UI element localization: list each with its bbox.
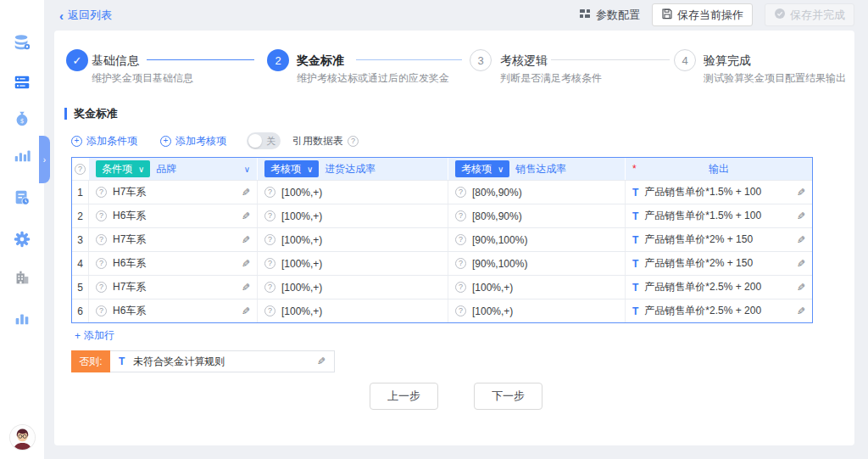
add-assessment-button[interactable]: + 添加考核项 [160,134,226,148]
output-cell[interactable]: T 产品销售单价*2.5% + 200 ✎ [626,299,812,322]
main-panel: ✓ 基础信息 维护奖金项目基础信息 2 奖金标准 维护考核达标或通过后的应发奖金… [54,31,854,445]
chevron-down-icon[interactable]: ∨ [244,165,250,174]
ref-table-label: 引用数据表 [292,134,343,148]
help-icon[interactable]: ? [75,164,86,175]
sales-range-value: [80%,90%) [472,187,522,199]
next-step-button[interactable]: 下一步 [474,383,542,410]
analytics-icon[interactable] [13,309,31,327]
brand-cell[interactable]: ? H7车系 ✎ [89,276,258,299]
edit-pencil-icon[interactable]: ✎ [797,234,805,246]
purchase-rate-cell[interactable]: ? [100%,+) [258,252,448,275]
ref-table-toggle[interactable]: 关 [247,132,281,149]
report-icon[interactable] [13,188,31,207]
brand-cell[interactable]: ? H7车系 ✎ [89,228,258,251]
edit-pencil-icon[interactable]: ✎ [242,258,250,270]
text-type-icon: T [632,187,638,199]
sales-rate-cell[interactable]: ? [90%,100%) [448,228,626,251]
edit-pencil-icon[interactable]: ✎ [797,258,805,270]
step-2-circle[interactable]: 2 [267,49,289,71]
plus-circle-icon: + [71,136,82,147]
edit-pencil-icon[interactable]: ✎ [242,210,250,222]
sales-rate-cell[interactable]: ? [100%,+) [448,276,626,299]
sales-rate-cell[interactable]: ? [100%,+) [448,299,626,322]
save-current-button[interactable]: 保存当前操作 [652,3,753,26]
purchase-rate-cell[interactable]: ? [100%,+) [258,228,448,251]
help-icon: ? [264,282,275,293]
sales-rate-cell[interactable]: ? [80%,90%) [448,181,626,204]
prev-step-button[interactable]: 上一步 [370,383,438,410]
output-cell[interactable]: T 产品销售单价*2.5% + 200 ✎ [626,276,812,299]
purchase-range-value: [100%,+) [281,258,322,270]
help-icon: ? [455,234,466,245]
step-connector-3 [551,59,670,60]
output-cell[interactable]: T 产品销售单价*2% + 150 ✎ [626,252,812,275]
assessment-type-dropdown[interactable]: 考核项 ∨ [264,160,319,177]
edit-pencil-icon[interactable]: ✎ [797,187,805,199]
help-icon: ? [455,305,466,316]
purchase-rate-cell[interactable]: ? [100%,+) [258,299,448,322]
edit-pencil-icon[interactable]: ✎ [797,305,805,317]
assessment-type-dropdown[interactable]: 考核项 ∨ [455,160,509,177]
help-icon: ? [264,187,275,198]
save-complete-button[interactable]: 保存并完成 [765,3,854,26]
step-3-title: 考核逻辑 [500,53,548,69]
database-icon[interactable] [13,33,31,52]
edit-pencil-icon[interactable]: ✎ [317,355,326,367]
help-icon: ? [455,210,466,221]
building-icon[interactable] [13,268,31,287]
step-connector-2 [356,59,462,60]
bar-chart-icon[interactable] [13,146,31,165]
help-icon: ? [96,305,107,316]
text-type-icon: T [632,305,638,317]
chevron-down-icon: ∨ [138,165,144,174]
section-accent-bar [64,108,67,120]
row-number: 4 [72,252,89,275]
output-formula-value: 产品销售单价*2% + 150 [644,256,753,271]
section-header: 奖金标准 [64,106,118,121]
purchase-rate-cell[interactable]: ? [100%,+) [258,181,448,204]
output-cell[interactable]: T 产品销售单价*1.5% + 100 ✎ [626,181,812,204]
add-row-button[interactable]: + 添加行 [75,328,114,343]
gear-icon[interactable] [13,230,31,249]
step-1-circle[interactable]: ✓ [66,49,88,71]
edit-pencil-icon[interactable]: ✎ [242,305,250,317]
output-cell[interactable]: T 产品销售单价*2% + 150 ✎ [626,228,812,251]
table-row: 5 ? H7车系 ✎ ? [100%,+) ? [100%,+) T 产品销售单… [72,275,812,299]
step-4-circle[interactable]: 4 [674,49,696,71]
row-number: 6 [72,299,89,322]
purchase-rate-cell[interactable]: ? [100%,+) [258,204,448,227]
bonus-table-header: ? 条件项 ∨ 品牌 ∨ 考核项 ∨ 进货达成率 考核项 [72,158,812,180]
edit-pencil-icon[interactable]: ✎ [797,210,805,222]
step-3-circle[interactable]: 3 [470,49,492,71]
help-icon[interactable]: ? [348,136,359,147]
output-cell[interactable]: T 产品销售单价*1.5% + 100 ✎ [626,204,812,227]
sales-range-value: [90%,100%) [472,258,527,270]
sidebar-expand-handle[interactable]: › [39,136,50,183]
edit-pencil-icon[interactable]: ✎ [242,187,250,199]
edit-pencil-icon[interactable]: ✎ [242,234,250,246]
table-toolbar: + 添加条件项 + 添加考核项 关 引用数据表 ? [71,132,359,150]
edit-pencil-icon[interactable]: ✎ [242,282,250,294]
add-condition-button[interactable]: + 添加条件项 [71,134,137,148]
user-avatar[interactable] [10,425,35,450]
condition-type-dropdown[interactable]: 条件项 ∨ [96,160,150,177]
add-assessment-label: 添加考核项 [175,134,226,148]
brand-value: H6车系 [113,304,146,318]
brand-cell[interactable]: ? H6车系 ✎ [89,252,258,275]
header-sales-cell: 考核项 ∨ 销售达成率 [448,158,626,180]
output-column-name: 输出 [645,162,793,176]
sales-rate-cell[interactable]: ? [90%,100%) [448,252,626,275]
else-value-field[interactable]: T 未符合奖金计算规则 ✎ [110,350,335,372]
brand-cell[interactable]: ? H7车系 ✎ [89,181,258,204]
brand-cell[interactable]: ? H6车系 ✎ [89,299,258,322]
back-to-list-link[interactable]: ‹ 返回列表 [59,8,112,23]
purchase-rate-cell[interactable]: ? [100%,+) [258,276,448,299]
edit-pencil-icon[interactable]: ✎ [797,282,805,294]
money-bag-icon[interactable]: $ [13,109,31,128]
param-config-button[interactable]: 参数配置 [579,8,640,23]
workbench-icon[interactable] [13,73,31,92]
help-icon: ? [455,187,466,198]
output-formula-value: 产品销售单价*2% + 150 [644,232,753,247]
sales-rate-cell[interactable]: ? [80%,90%) [448,204,626,227]
brand-cell[interactable]: ? H6车系 ✎ [89,204,258,227]
